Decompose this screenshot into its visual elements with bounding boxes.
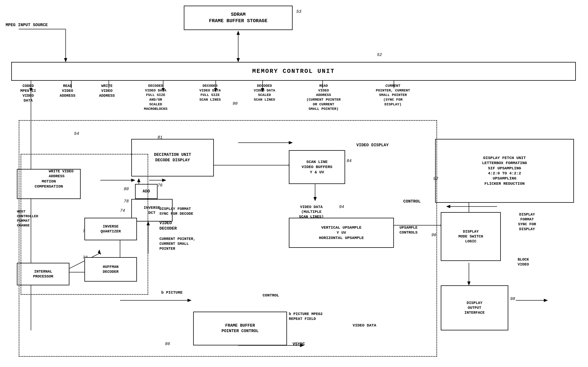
ref-54: 54: [74, 131, 79, 136]
add-box: ADD: [135, 184, 158, 199]
svg-marker-49: [188, 299, 191, 302]
svg-marker-4: [64, 58, 67, 62]
frame-buffer-pointer-label: FRAME BUFFERPOINTER CONTROL: [222, 323, 259, 334]
memory-control-label: MEMORY CONTROL UNIT: [252, 67, 335, 75]
svg-marker-35: [162, 179, 166, 182]
inverse-quantizer-label: INVERSEQUANTIZER: [101, 224, 121, 234]
ref-84: 84: [346, 159, 352, 163]
b-picture-label: b PICTURE: [161, 290, 183, 295]
block-video-label: BLOCKVIDEO: [507, 257, 540, 267]
video-data-multiple-label: VIDEO DATA(MULTIPLESCAN LINES): [291, 205, 332, 219]
vertical-upsample-box: VERTICAL UPSAMPLEY UVHORIZONTAL UPSAMPLE: [289, 218, 394, 248]
ref-94: 94: [339, 205, 344, 209]
svg-marker-1: [237, 31, 240, 35]
svg-marker-38: [137, 178, 140, 182]
read-video-addr1-label: READVIDEOADDRESS: [53, 83, 82, 98]
svg-marker-2: [237, 58, 240, 62]
ref-78: 78: [124, 199, 129, 204]
svg-marker-53: [544, 299, 548, 302]
ref-92: 92: [433, 176, 438, 181]
mpeg-input-label: MPEG INPUT SOURCE: [6, 23, 48, 28]
memory-control-box: MEMORY CONTROL UNIT: [11, 62, 576, 81]
sdram-label: SDRAMFRAME BUFFER STORAGE: [209, 11, 267, 24]
svg-marker-29: [314, 197, 317, 201]
decimation-unit-box: DECIMATION UNITDECODE DISPLAY: [131, 139, 214, 176]
ref-52: 52: [377, 53, 382, 57]
control2-label: CONTROL: [263, 293, 279, 298]
frame-buffer-pointer-box: FRAME BUFFERPOINTER CONTROL: [193, 312, 287, 345]
write-video-addr1-label: WRITEVIDEOADDRESS: [92, 83, 122, 98]
display-format-sync-label: DISPLAY FORMATSYNC FOR DECODE: [159, 207, 212, 216]
decoded-video-full-label: DECODEDVIDEO DATAFULL SIZESCAN LINES: [191, 83, 229, 102]
huffman-decoder-box: HUFFMANDECODER: [84, 257, 137, 282]
video-data-label: VIDEO DATA: [353, 323, 376, 328]
internal-processor-label: INTERNALPROCESSOR: [33, 269, 53, 279]
write-video-addr2-label: WRITE VIDEOADDRESS: [49, 169, 90, 179]
inverse-quantizer-box: INVERSEQUANTIZER: [84, 218, 137, 240]
motion-comp-label: MOTIONCOMPENSATION: [34, 179, 63, 189]
display-fetch-label: DISPLAY FETCH UNITLETTERBOX FORMATINGSIF…: [482, 155, 527, 186]
decoded-video-scaled-label: DECODEDVIDEO DATASCALEDSCAN LINES: [246, 83, 283, 102]
video-display-label: VIDEO DISPLAY: [356, 143, 389, 148]
diagram: SDRAMFRAME BUFFER STORAGE 53 52 MPEG INP…: [0, 0, 588, 367]
control-label: CONTROL: [403, 199, 420, 204]
ref-86: 86: [165, 342, 170, 346]
scan-line-buffers-box: SCAN LINEVIDEO BUFFERSY & UV: [289, 150, 345, 184]
svg-marker-42: [147, 222, 150, 225]
internal-processor-box: INTERNALPROCESSOR: [17, 263, 69, 285]
svg-marker-60: [467, 282, 470, 285]
ref-53: 53: [296, 9, 301, 14]
ref-76: 76: [158, 183, 162, 188]
ref-80: 80: [124, 187, 129, 192]
ref-90: 90: [233, 101, 237, 106]
display-output-box: DISPLAYOUTPUTINTERFACE: [441, 285, 508, 330]
host-controlled-label: HOSTCONTROLLEDFORMATCHANGE: [17, 209, 66, 228]
current-pointer-label: CURRENTPOINTER, CURRENTSMALL POINTER(SYN…: [368, 83, 418, 107]
svg-marker-27: [289, 141, 293, 144]
huffman-decoder-label: HUFFMANDECODER: [103, 265, 119, 274]
scan-line-buffers-label: SCAN LINEVIDEO BUFFERSY & UV: [302, 159, 332, 175]
decimation-unit-label: DECIMATION UNITDECODE DISPLAY: [154, 152, 191, 163]
svg-marker-44: [98, 250, 101, 255]
display-format-sync2-label: DISPLAYFORMATSYNC FORDISPLAY: [507, 212, 548, 232]
current-pointer-small-label: CURRENT POINTER,CURRENT SMALLPOINTER: [159, 236, 212, 251]
display-mode-switch-label: DISPLAYMODE SWITCHLOGIC: [458, 229, 483, 244]
display-fetch-box: DISPLAY FETCH UNITLETTERBOX FORMATINGSIF…: [435, 139, 574, 203]
vertical-upsample-label: VERTICAL UPSAMPLEY UVHORIZONTAL UPSAMPLE: [319, 225, 364, 241]
add-label: ADD: [143, 189, 150, 194]
video-decoder-label: VIDEODECODER: [159, 221, 204, 231]
coded-mpeg-label: CODEDMPEG IIVIDEODATA: [13, 83, 43, 103]
ref-98: 98: [510, 297, 515, 301]
b-picture-mpeg2-label: b PICTURE MPEG2REPEAT FIELD: [289, 312, 349, 321]
display-mode-switch-box: DISPLAYMODE SWITCHLOGIC: [441, 212, 501, 261]
inverse-dct-label: INVERSEDCT: [144, 205, 160, 216]
svg-marker-62: [446, 205, 450, 208]
read-video-addr2-label: READVIDEOADDRESS(CURRENT POINTEROR CURRE…: [300, 83, 347, 111]
decoded-video-full-scaled-label: DECODEDVIDEO DATAFULL SIZEAND/ORSCALEDMA…: [135, 83, 176, 111]
display-output-label: DISPLAYOUTPUTINTERFACE: [464, 300, 485, 315]
ref-74: 74: [120, 208, 125, 213]
vsync-label: VSYNC: [293, 342, 305, 347]
ref-96: 96: [431, 233, 436, 237]
svg-marker-33: [131, 179, 135, 182]
sdram-box: SDRAMFRAME BUFFER STORAGE: [184, 6, 293, 30]
